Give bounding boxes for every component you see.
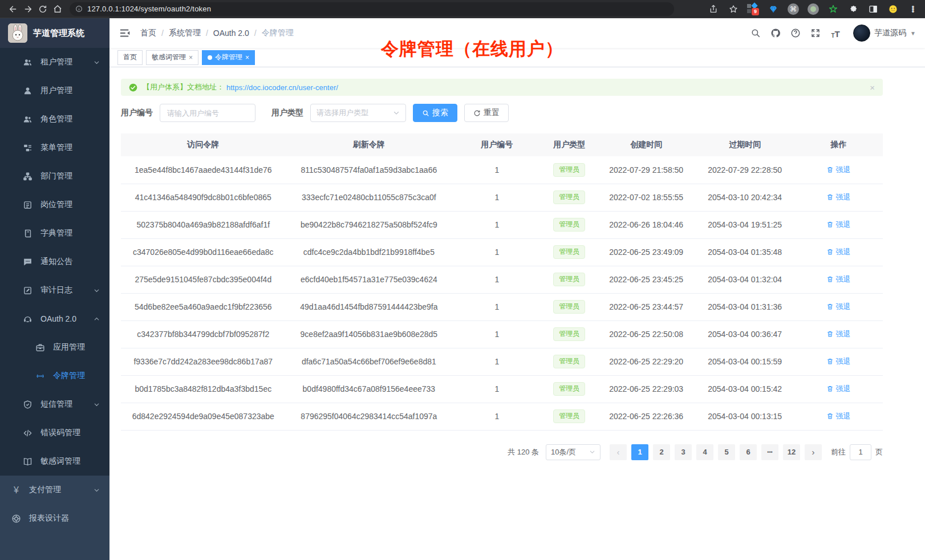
sidebar-item-sms[interactable]: 短信管理: [0, 390, 109, 419]
page-button-3[interactable]: 3: [675, 444, 692, 460]
user-avatar: [853, 25, 870, 42]
trash-icon: [826, 221, 834, 228]
page-button-4[interactable]: 4: [696, 444, 713, 460]
sidebar-item-oauth2-app[interactable]: 应用管理: [0, 333, 109, 362]
breadcrumb-item[interactable]: OAuth 2.0: [213, 29, 249, 38]
reload-icon[interactable]: [35, 2, 50, 17]
force-logout-button[interactable]: 强退: [826, 411, 850, 421]
trash-icon: [826, 303, 834, 310]
sidebar-item-oauth2[interactable]: OAuth 2.0: [0, 305, 109, 333]
sidebar-item-report[interactable]: 报表设计器: [0, 504, 109, 533]
reset-button[interactable]: 重置: [464, 104, 509, 122]
fullscreen-icon[interactable]: [810, 27, 821, 39]
extension-cluster-icon[interactable]: 9: [747, 3, 760, 15]
page-button-1[interactable]: 1: [631, 444, 648, 460]
page-button-6[interactable]: 6: [740, 444, 757, 460]
breadcrumb-item[interactable]: 系统管理: [169, 28, 201, 38]
tab-sensitive-word[interactable]: 敏感词管理×: [146, 50, 198, 65]
back-icon[interactable]: [6, 2, 21, 17]
tab-token[interactable]: 令牌管理×: [202, 50, 255, 65]
force-logout-button[interactable]: 强退: [826, 192, 850, 202]
dict-icon: [23, 229, 33, 238]
puzzle-extensions-icon[interactable]: [847, 3, 859, 15]
address-bar[interactable]: 127.0.0.1:1024/system/oauth2/token: [70, 2, 674, 16]
force-logout-button[interactable]: 强退: [826, 329, 850, 339]
doc-link[interactable]: https://doc.iocoder.cn/user-center/: [226, 83, 338, 92]
user-type-select[interactable]: 请选择用户类型: [310, 104, 406, 122]
star-extension-icon[interactable]: [827, 3, 839, 15]
site-info-icon[interactable]: [75, 5, 83, 13]
sidebar-item-label: 短信管理: [40, 399, 72, 409]
sidebar-toggle-icon[interactable]: [119, 27, 131, 39]
share-icon[interactable]: [707, 3, 720, 15]
extension-badge: 9: [752, 8, 759, 15]
search-button[interactable]: 搜索: [413, 104, 457, 122]
profile-avatar-icon[interactable]: [887, 3, 899, 15]
bookmark-star-icon[interactable]: [727, 3, 740, 15]
page-button-2[interactable]: 2: [653, 444, 670, 460]
users-icon: [23, 58, 33, 67]
sidebar-item-label: 菜单管理: [40, 143, 72, 153]
next-page-button[interactable]: ›: [805, 444, 822, 460]
sidebar-item-user[interactable]: 用户管理: [0, 76, 109, 105]
sidebar-item-sensitive-word[interactable]: 敏感词管理: [0, 447, 109, 476]
dot-extension-icon[interactable]: [807, 3, 819, 15]
force-logout-button[interactable]: 强退: [826, 247, 850, 257]
sidebar-item-oauth2-token[interactable]: 令牌管理: [0, 362, 109, 390]
sidebar-item-tenant[interactable]: 租户管理: [0, 48, 109, 76]
breadcrumb-item[interactable]: 首页: [140, 28, 156, 38]
sidebar-item-post[interactable]: 岗位管理: [0, 190, 109, 219]
page-size-select[interactable]: 10条/页: [546, 444, 601, 460]
close-icon[interactable]: ×: [189, 54, 193, 62]
app-logo-icon: [8, 23, 27, 43]
app-logo-row[interactable]: 芋道管理系统: [0, 18, 109, 48]
cell-expires-at: 2022-07-29 22:28:50: [695, 156, 794, 184]
close-icon[interactable]: ×: [245, 54, 249, 62]
breadcrumb-separator: /: [206, 29, 208, 38]
force-logout-button[interactable]: 强退: [826, 302, 850, 312]
user-type-badge: 管理员: [553, 382, 585, 396]
help-icon[interactable]: [790, 27, 801, 39]
breadcrumb-item: 令牌管理: [262, 28, 294, 38]
sidebar-item-dict[interactable]: 字典管理: [0, 219, 109, 247]
url-text: 127.0.0.1:1024/system/oauth2/token: [87, 5, 211, 13]
gem-extension-icon[interactable]: [767, 3, 780, 15]
sidebar-item-audit-log[interactable]: 审计日志: [0, 276, 109, 305]
force-logout-button[interactable]: 强退: [826, 356, 850, 367]
sidebar-item-dept[interactable]: 部门管理: [0, 162, 109, 190]
github-icon[interactable]: [770, 27, 781, 39]
page-button-5[interactable]: 5: [718, 444, 735, 460]
user-id-input[interactable]: [160, 104, 255, 122]
prev-page-button[interactable]: ‹: [610, 444, 627, 460]
home-icon[interactable]: [50, 2, 65, 17]
cell-expires-at: 2054-03-04 00:13:15: [695, 403, 794, 430]
force-logout-button[interactable]: 强退: [826, 165, 850, 175]
browser-menu-icon[interactable]: •••: [907, 3, 919, 15]
column-header: 访问令牌: [121, 133, 286, 156]
sidebar-item-pay[interactable]: ¥支付管理: [0, 476, 109, 504]
column-header: 刷新令牌: [286, 133, 453, 156]
force-logout-button[interactable]: 强退: [826, 274, 850, 285]
user-menu[interactable]: 芋道源码 ▼: [853, 25, 916, 42]
command-extension-icon[interactable]: ⌘: [787, 3, 800, 15]
sidebar-item-label: 字典管理: [40, 228, 72, 238]
page-button-12[interactable]: 12: [783, 444, 800, 460]
alert-close-icon[interactable]: ×: [870, 83, 875, 92]
signal-icon: [35, 371, 45, 381]
force-logout-button[interactable]: 强退: [826, 220, 850, 230]
breadcrumb: 首页/系统管理/OAuth 2.0/令牌管理: [140, 28, 294, 38]
forward-icon[interactable]: [21, 2, 35, 17]
search-icon[interactable]: [750, 27, 761, 39]
sidebar-item-menu[interactable]: 菜单管理: [0, 133, 109, 162]
sidebar-item-error-code[interactable]: 错误码管理: [0, 419, 109, 447]
side-panel-icon[interactable]: [867, 3, 879, 15]
edit-icon: [23, 286, 33, 295]
force-logout-button[interactable]: 强退: [826, 384, 850, 394]
jump-page-input[interactable]: [850, 444, 871, 460]
sidebar-item-notice[interactable]: 通知公告: [0, 247, 109, 276]
sidebar-item-role[interactable]: 角色管理: [0, 105, 109, 133]
tab-home[interactable]: 首页: [117, 50, 143, 65]
font-size-icon[interactable]: TT: [830, 27, 841, 39]
more-pages-button[interactable]: •••: [761, 444, 778, 460]
app-title: 芋道管理系统: [33, 28, 84, 39]
